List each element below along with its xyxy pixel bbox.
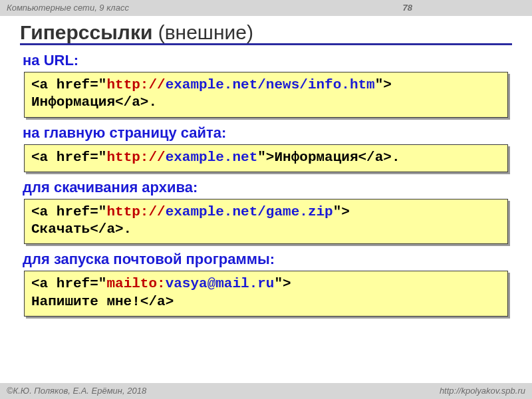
section-3: для запуска почтовой программы: <a href=… [20, 251, 512, 317]
footer-left: ©К.Ю. Поляков, Е.А. Ерёмин, 2018 [7, 383, 146, 399]
section-0: на URL: <a href="http://example.net/news… [20, 52, 512, 118]
slide-title: Гиперссылки (внешние) [20, 21, 512, 45]
topbar: Компьютерные сети, 9 класс 78 [0, 0, 532, 16]
codebox-0: <a href="http://example.net/news/info.ht… [24, 72, 508, 118]
subhead-3: для запуска почтовой программы: [23, 251, 512, 268]
codebox-1: <a href="http://example.net">Информация<… [24, 144, 508, 172]
footer-right: http://kpolyakov.spb.ru [440, 383, 525, 399]
codebox-3: <a href="mailto:vasya@mail.ru"> Напишите… [24, 271, 508, 317]
footer: ©К.Ю. Поляков, Е.А. Ерёмин, 2018 http://… [0, 383, 532, 399]
slide-title-wrap: Гиперссылки (внешние) [20, 21, 512, 45]
page-number: 78 [403, 0, 412, 16]
subhead-1: на главную страницу сайта: [23, 124, 512, 142]
subhead-2: для скачивания архива: [23, 179, 512, 196]
section-2: для скачивания архива: <a href="http://e… [20, 179, 512, 245]
slide-content: Гиперссылки (внешние) на URL: <a href="h… [0, 16, 532, 317]
course-title: Компьютерные сети, 9 класс [7, 3, 129, 13]
subhead-0: на URL: [23, 52, 512, 69]
section-1: на главную страницу сайта: <a href="http… [20, 124, 512, 172]
slide-title-bold: Гиперссылки [20, 21, 152, 43]
codebox-2: <a href="http://example.net/game.zip"> С… [24, 199, 508, 245]
slide-title-rest: (внешние) [152, 21, 253, 43]
